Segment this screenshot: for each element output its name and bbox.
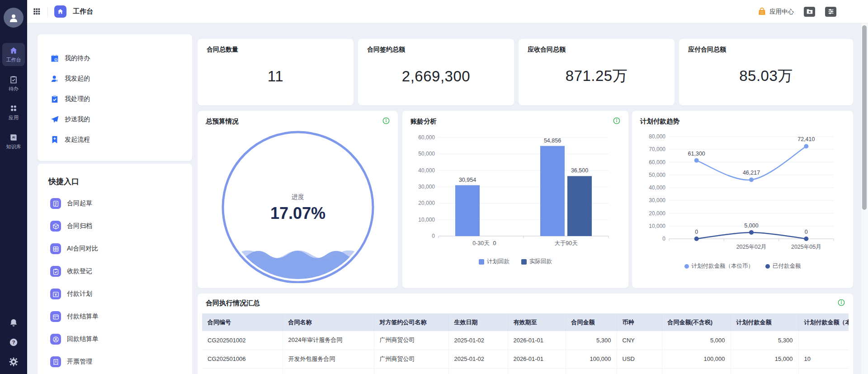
- svg-text:0: 0: [805, 229, 808, 235]
- legend-item[interactable]: 计划回款: [479, 258, 509, 265]
- quick-entry-item[interactable]: 合同归档: [48, 215, 181, 237]
- stat-label: 合同签约总额: [367, 46, 505, 54]
- contract-summary-card: 合同执行情况汇总 合同编号合同名称对方签约公司名称生效日期有效期至合同金额币种合…: [198, 294, 853, 374]
- rail-bottom: ?: [9, 318, 19, 374]
- column-header: 生效日期: [448, 313, 508, 331]
- settings-list-button[interactable]: [825, 7, 836, 17]
- svg-text:2025年02月: 2025年02月: [736, 244, 767, 250]
- table-cell: 2025-01-02: [448, 331, 508, 350]
- left-rail: 工作台 待办 应用 AI 知识库 ?: [0, 0, 27, 374]
- todo-menu-item[interactable]: 发起流程: [50, 129, 179, 150]
- rail-item[interactable]: 待办: [2, 72, 25, 95]
- quick-entry-item[interactable]: 付款结算单: [48, 305, 181, 328]
- avatar[interactable]: [4, 8, 24, 28]
- stat-card-contract-count: 合同总数量 11: [198, 39, 354, 105]
- quick-entry-label: 付款计划: [67, 290, 92, 298]
- todo-item-icon: [50, 115, 59, 124]
- quick-entry-item[interactable]: 付款计划: [48, 283, 181, 305]
- quick-entry-label: AI合同对比: [67, 245, 98, 253]
- payment-trend-line-chart: 010,00020,00030,00040,00050,00060,00070,…: [640, 126, 845, 261]
- rail-item[interactable]: 应用: [2, 101, 25, 124]
- todo-menu-item[interactable]: 我的待办: [50, 48, 179, 68]
- page-scrollbar-thumb[interactable]: [862, 25, 867, 210]
- rail-nav: 工作台 待办 应用 AI 知识库: [2, 43, 25, 153]
- column-header: 合同金额(不含税): [662, 313, 731, 331]
- todo-item-label: 抄送我的: [65, 115, 90, 123]
- quick-entry-panel: 快捷入口 合同起草 合同归档 AI合同对比 收款登记: [38, 164, 192, 374]
- topbar-left: 工作台: [27, 5, 93, 18]
- folder-star-icon: [806, 8, 813, 15]
- todo-item-icon: [50, 74, 59, 83]
- info-icon[interactable]: [838, 299, 845, 306]
- column-header: 合同名称: [283, 313, 374, 331]
- quick-entry-item[interactable]: 回款结算单: [48, 328, 181, 350]
- info-icon[interactable]: [382, 117, 390, 124]
- column-header: 有效期至: [508, 313, 566, 331]
- svg-text:61,300: 61,300: [688, 151, 705, 157]
- svg-text:20,000: 20,000: [418, 200, 435, 206]
- stat-value: 85.03万: [688, 54, 844, 99]
- table-row[interactable]: CG202501006开发外包服务合同广州商贸公司2025-01-022026-…: [202, 350, 849, 368]
- quick-entry-icon: [50, 311, 61, 322]
- page-scrollbar-track[interactable]: [861, 24, 868, 374]
- rail-item[interactable]: AI 知识库: [2, 130, 25, 153]
- rail-item-label: 工作台: [6, 57, 21, 63]
- todo-item-icon: [50, 135, 59, 144]
- line-chart-legend: 计划付款金额（本位币）已付款金额: [640, 262, 845, 270]
- quick-entry-icon: [50, 356, 61, 367]
- shopping-bag-icon: [758, 7, 766, 16]
- app-center-button[interactable]: 应用中心: [758, 7, 794, 16]
- table-cell: 广州商贸公司: [374, 350, 448, 368]
- quick-entry-icon: [50, 289, 61, 299]
- todo-menu-item[interactable]: 抄送我的: [50, 109, 179, 129]
- legend-item[interactable]: 计划付款金额（本位币）: [684, 262, 754, 270]
- table-cell: CG202501002: [202, 331, 283, 350]
- stat-value: 871.25万: [528, 54, 665, 99]
- quick-entry-label: 合同起草: [67, 199, 92, 208]
- table-cell: 5,300: [566, 331, 617, 350]
- topbar-right: 应用中心: [758, 7, 868, 17]
- legend-item[interactable]: 实际回款: [521, 258, 552, 265]
- favorites-folder-button[interactable]: [804, 7, 815, 17]
- svg-text:大于90天: 大于90天: [554, 240, 578, 246]
- table-cell: 2026-01-01: [508, 331, 566, 350]
- info-icon[interactable]: [613, 117, 620, 124]
- table-cell: [202, 368, 283, 374]
- stat-card-payable-total: 应付合同总额 85.03万: [679, 39, 853, 105]
- svg-text:?: ?: [12, 340, 15, 345]
- table-row[interactable]: 新项目-设备采购合同广州商贸公司: [202, 368, 849, 374]
- svg-text:60,000: 60,000: [418, 134, 435, 141]
- quick-entry-item[interactable]: 开票管理: [48, 350, 181, 373]
- todo-menu-item[interactable]: 我发起的: [50, 68, 179, 89]
- svg-text:46,217: 46,217: [743, 170, 760, 176]
- legend-item[interactable]: 已付款金额: [765, 262, 801, 270]
- stat-value: 2,669,300: [367, 54, 505, 99]
- table-cell: [448, 368, 508, 374]
- stat-label: 应付合同总额: [688, 46, 844, 54]
- stat-value: 11: [207, 54, 344, 99]
- todo-menu-item[interactable]: 我处理的: [50, 89, 179, 109]
- topbar: 工作台 应用中心: [27, 0, 868, 24]
- table-cell: 100,000: [566, 350, 617, 368]
- chart-title: 总预算情况: [206, 117, 239, 126]
- workbench-app-icon[interactable]: [54, 5, 66, 18]
- table-row[interactable]: CG2025010022024年审计服务合同广州商贸公司2025-01-0220…: [202, 331, 849, 350]
- stat-label: 合同总数量: [207, 46, 344, 54]
- table-cell: 15,000: [731, 350, 798, 368]
- svg-text:40,000: 40,000: [418, 167, 435, 174]
- bell-icon[interactable]: [9, 318, 19, 328]
- quick-entry-item[interactable]: 合同起草: [48, 192, 181, 215]
- gear-icon[interactable]: [9, 357, 19, 367]
- quick-entry-icon: [50, 334, 61, 345]
- rail-item[interactable]: 工作台: [2, 43, 25, 66]
- svg-text:40,000: 40,000: [649, 185, 665, 191]
- quick-entry-item[interactable]: AI合同对比: [48, 237, 181, 260]
- todo-item-label: 我发起的: [65, 75, 90, 83]
- column-header: 合同金额: [566, 313, 617, 331]
- help-icon[interactable]: ?: [9, 337, 19, 347]
- quick-entry-icon: [50, 221, 61, 232]
- app-grid-icon[interactable]: [33, 7, 41, 16]
- quick-entry-item[interactable]: 收款登记: [48, 260, 181, 283]
- table-cell: CNY: [617, 331, 662, 350]
- rail-item-icon: [9, 46, 18, 55]
